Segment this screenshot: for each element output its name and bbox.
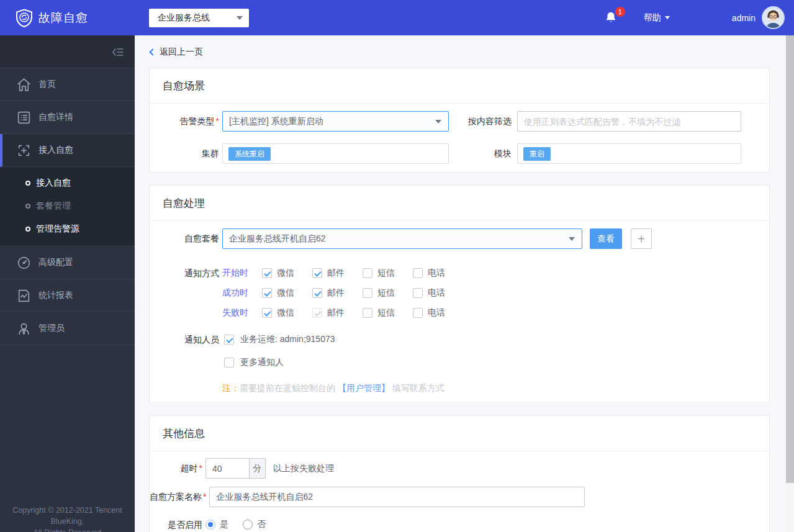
sidebar-collapse-row: [0, 35, 135, 68]
notify-people-option-label: 更多通知人: [240, 357, 284, 368]
module-label: 模块: [449, 143, 512, 164]
heal-handle-card: 自愈处理 自愈套餐 企业服务总线开机自启62 查看 + 通知方式: [149, 185, 770, 403]
user-manage-link[interactable]: 【用户管理】: [338, 383, 390, 393]
back-link[interactable]: 返回上一页: [149, 47, 770, 58]
note-prefix: 注：: [222, 383, 240, 393]
checkbox-fail-phone[interactable]: [413, 308, 423, 318]
sidebar-item-statistics[interactable]: 统计报表: [0, 279, 135, 312]
solution-value: 企业服务总线开机自启62: [229, 233, 326, 245]
app-title: 故障自愈: [38, 10, 88, 26]
channel-label: 微信: [277, 287, 294, 299]
copyright: Copyright © 2012-2021 Tencent BlueKing. …: [0, 505, 135, 532]
checkbox-success-email[interactable]: [312, 288, 322, 298]
sidebar-item-label: 首页: [38, 79, 56, 90]
checkbox-more-people[interactable]: [224, 358, 234, 367]
sidebar-item-admin[interactable]: 管理员: [0, 312, 135, 345]
gauge-icon: [16, 255, 32, 271]
notify-row-start: 开始时 微信 邮件 短信 电话: [222, 263, 463, 283]
app-logo[interactable]: 故障自愈: [16, 9, 88, 27]
checkbox-success-phone[interactable]: [413, 288, 423, 298]
checkbox-start-wechat[interactable]: [262, 268, 272, 278]
checkbox-success-wechat[interactable]: [262, 288, 272, 298]
sidebar-item-heal-detail[interactable]: 自愈详情: [0, 101, 135, 134]
checkbox-start-phone[interactable]: [413, 268, 423, 278]
help-menu[interactable]: 帮助: [644, 12, 670, 24]
checkbox-start-sms[interactable]: [363, 268, 372, 278]
chevron-down-icon: [435, 120, 441, 124]
plan-name-label: 自愈方案名称*: [150, 487, 206, 507]
radio-icon: [243, 520, 253, 530]
timeout-hint: 以上按失败处理: [273, 458, 334, 479]
view-solution-button[interactable]: 查看: [590, 228, 622, 249]
sidebar-subitem-access-heal[interactable]: 接入自愈: [0, 171, 135, 194]
shield-heal-icon: [16, 9, 33, 27]
checkbox-success-sms[interactable]: [363, 288, 372, 298]
module-tag: 重启: [523, 147, 551, 161]
sidebar-item-label: 自愈详情: [38, 112, 73, 123]
notification-badge: 1: [615, 7, 625, 17]
card-title: 自愈处理: [150, 186, 769, 221]
timeout-input[interactable]: [205, 458, 250, 479]
sidebar-item-label: 接入自愈: [38, 145, 73, 156]
sidebar-submenu: 接入自愈 套餐管理 管理告警源: [0, 167, 135, 246]
channel-label: 电话: [428, 268, 445, 279]
bullet-icon: [25, 227, 30, 232]
chevron-down-icon: [237, 16, 243, 20]
scrollbar-thumb[interactable]: [786, 35, 794, 483]
radio-enabled-yes[interactable]: 是: [205, 519, 228, 530]
home-icon: [16, 77, 32, 92]
timeout-label: 超时*: [150, 458, 202, 479]
channel-label: 微信: [277, 307, 294, 318]
crop-plus-icon: [16, 143, 32, 158]
notify-when-label: 开始时: [222, 268, 251, 279]
page-scrollbar[interactable]: [786, 35, 794, 532]
sidebar-subitem-alarm-source[interactable]: 管理告警源: [0, 217, 135, 240]
notify-people-label: 通知人员: [150, 333, 219, 369]
cluster-tagbox[interactable]: 系统重启: [222, 143, 449, 164]
avatar[interactable]: [762, 6, 785, 29]
timeout-unit: 分: [250, 458, 266, 479]
channel-label: 邮件: [327, 268, 345, 279]
heal-scene-card: 自愈场景 告警类型* [主机监控] 系统重新启动 按内容筛选 集群 系统重启: [149, 68, 770, 173]
solution-select[interactable]: 企业服务总线开机自启62: [222, 228, 582, 249]
chevron-down-icon: [569, 237, 575, 241]
business-select[interactable]: 企业服务总线: [149, 9, 249, 27]
back-label: 返回上一页: [160, 47, 203, 58]
content-filter-input[interactable]: [517, 111, 741, 132]
content-filter-label: 按内容筛选: [449, 111, 512, 132]
module-tagbox[interactable]: 重启: [517, 143, 741, 164]
radio-enabled-no[interactable]: 否: [243, 519, 266, 530]
notify-people-option: 业务运维: admin;915073: [222, 333, 335, 346]
checkbox-fail-email: [312, 308, 322, 318]
checkbox-ops-group[interactable]: [224, 335, 234, 345]
channel-label: 电话: [428, 307, 445, 318]
notify-row-success: 成功时 微信 邮件 短信 电话: [222, 283, 463, 303]
sidebar-item-access-heal[interactable]: 接入自愈: [0, 134, 135, 167]
alarm-type-label: 告警类型*: [150, 111, 219, 132]
other-info-card: 其他信息 超时* 分 以上按失败处理 自愈方案名称* 是否启用: [149, 415, 770, 532]
checkbox-fail-sms[interactable]: [363, 308, 372, 318]
checkbox-start-email[interactable]: [312, 268, 322, 278]
username[interactable]: admin: [732, 13, 756, 23]
cluster-label: 集群: [150, 143, 219, 164]
sidebar-subitem-package-manage[interactable]: 套餐管理: [0, 194, 135, 217]
sidebar-item-home[interactable]: 首页: [0, 68, 135, 101]
collapse-sidebar-icon[interactable]: [111, 47, 124, 58]
alarm-type-select[interactable]: [主机监控] 系统重新启动: [222, 111, 449, 132]
sidebar-subitem-label: 接入自愈: [36, 178, 71, 189]
bullet-icon: [25, 204, 30, 209]
plan-name-input[interactable]: [209, 487, 585, 507]
main-content: 返回上一页 自愈场景 告警类型* [主机监控] 系统重新启动 按内容筛选 集群: [135, 35, 794, 532]
add-solution-button[interactable]: +: [631, 228, 652, 249]
sidebar-subitem-label: 管理告警源: [36, 223, 79, 235]
checkbox-fail-wechat[interactable]: [262, 308, 272, 318]
sidebar-item-label: 高级配置: [38, 257, 73, 268]
sidebar-item-advanced-config[interactable]: 高级配置: [0, 246, 135, 279]
sidebar: 首页 自愈详情 接入自愈 接入自愈 套餐管理: [0, 35, 135, 532]
card-title: 其他信息: [150, 416, 769, 451]
cluster-tag: 系统重启: [228, 147, 271, 161]
notification-bell-button[interactable]: 1: [604, 10, 619, 26]
channel-label: 短信: [377, 307, 395, 318]
report-icon: [16, 288, 32, 304]
topbar: 故障自愈 企业服务总线 1 帮助 admin: [0, 0, 794, 35]
